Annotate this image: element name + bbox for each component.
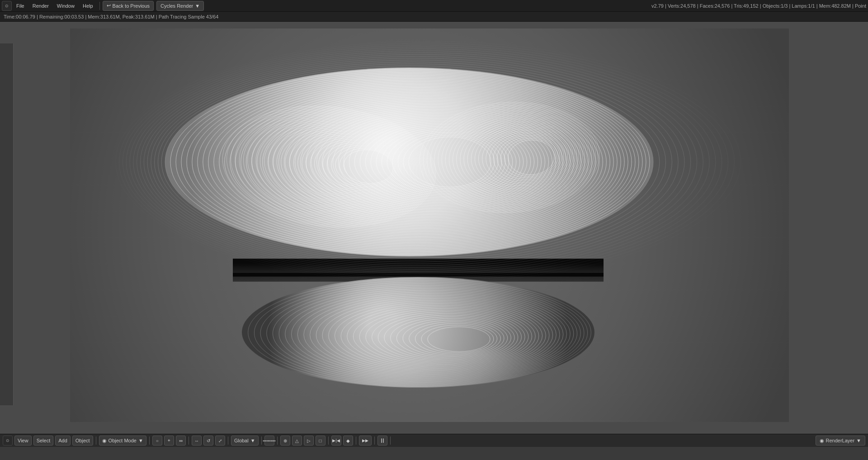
rotate-btn[interactable]: ↺: [203, 436, 213, 446]
back-to-previous-button[interactable]: ↩ Back to Previous: [103, 1, 154, 11]
magnet-icon: ⊕: [283, 438, 287, 443]
global-selector[interactable]: Global ▼: [231, 436, 259, 446]
top-menu-bar: ⊙ File Render Window Help ↩ Back to Prev…: [0, 0, 868, 12]
toolbar-area-icon[interactable]: ⊙: [3, 436, 13, 446]
proportional-edit-btn[interactable]: ○: [152, 436, 162, 446]
object-mode-icon: ◉: [102, 438, 107, 444]
mode-selector[interactable]: ◉ Object Mode ▼: [99, 436, 146, 446]
view-label: View: [18, 438, 28, 443]
vertex-icon: △: [295, 438, 299, 443]
translate-btn[interactable]: ↔: [192, 436, 202, 446]
render-engine-label: Cycles Render: [160, 3, 193, 9]
edge-icon: ▷: [307, 438, 311, 443]
snap-btn[interactable]: ⌖: [164, 436, 174, 446]
top-info-stats: v2.79 | Verts:24,578 | Faces:24,576 | Tr…: [651, 3, 866, 9]
pause-icon: ⏸: [379, 437, 386, 444]
menu-render[interactable]: Render: [29, 1, 52, 11]
left-panel-strip: [0, 43, 14, 405]
blender-logo-icon: ⊙: [5, 4, 9, 8]
bottom-toolbar: ⊙ View Select Add Object ◉ Object Mode ▼…: [0, 434, 868, 447]
edge-btn[interactable]: ▷: [304, 436, 314, 446]
mode-arrow-icon: ▼: [138, 438, 143, 443]
keyframe-btn[interactable]: ◆: [343, 436, 353, 446]
render-layer-icon: ◉: [820, 438, 824, 444]
snap-icon: ⌖: [168, 438, 170, 443]
render-canvas-area: [70, 28, 789, 422]
toolbar-sep-2: [149, 436, 150, 445]
select-button[interactable]: Select: [33, 436, 54, 446]
layers-icon: ▪▪▪▪▪▪▪▪▪▪: [263, 439, 275, 443]
menu-separator-1: [99, 2, 100, 10]
layers-btn[interactable]: ▪▪▪▪▪▪▪▪▪▪: [264, 436, 274, 446]
object-label: Object: [75, 438, 90, 443]
render-engine-selector[interactable]: Cycles Render ▼: [156, 1, 204, 11]
magnet-btn[interactable]: ⊕: [280, 436, 290, 446]
toolbar-sep-10: [390, 436, 391, 445]
render-info-bar: Time:00:06.79 | Remaining:00:03.53 | Mem…: [0, 12, 868, 22]
toolbar-sep-9: [374, 436, 375, 445]
render-layer-label: RenderLayer: [826, 438, 855, 443]
game-icon: ▶▶: [362, 438, 368, 443]
toolbar-sep-7: [328, 436, 329, 445]
render-info-text: Time:00:06.79 | Remaining:00:03.53 | Mem…: [4, 14, 218, 19]
menu-window[interactable]: Window: [53, 1, 78, 11]
scale-icon: ⤢: [218, 438, 222, 443]
blender-icon-btn[interactable]: ⊙: [2, 1, 12, 11]
add-button[interactable]: Add: [55, 436, 71, 446]
rotate-icon: ↺: [207, 438, 210, 443]
mirror-icon: ⇔: [179, 438, 183, 443]
mirror-btn[interactable]: ⇔: [176, 436, 186, 446]
version-stats-text: v2.79 | Verts:24,578 | Faces:24,576 | Tr…: [651, 3, 866, 9]
add-label: Add: [58, 438, 67, 443]
timeline-btn[interactable]: ▶|◀: [331, 436, 341, 446]
menu-file[interactable]: File: [13, 1, 28, 11]
back-to-previous-label: Back to Previous: [113, 3, 150, 9]
menu-window-label: Window: [57, 3, 75, 9]
global-label: Global: [234, 438, 249, 443]
menu-render-label: Render: [33, 3, 49, 9]
back-arrow-icon: ↩: [107, 3, 111, 9]
timeline-icon: ▶|◀: [332, 438, 340, 443]
render-layer-selector[interactable]: ◉ RenderLayer ▼: [816, 436, 865, 446]
menu-help-label: Help: [83, 3, 93, 9]
scale-btn[interactable]: ⤢: [215, 436, 225, 446]
keyframe-icon: ◆: [346, 438, 350, 443]
view-button[interactable]: View: [14, 436, 32, 446]
toolbar-sep-6: [277, 436, 278, 445]
translate-icon: ↔: [194, 438, 199, 443]
select-label: Select: [37, 438, 51, 443]
face-icon: □: [319, 438, 322, 443]
mode-label: Object Mode: [108, 438, 137, 443]
scene-canvas: [70, 28, 789, 422]
menu-help[interactable]: Help: [79, 1, 97, 11]
pause-btn[interactable]: ⏸: [377, 436, 387, 446]
toolbar-sep-8: [356, 436, 356, 445]
main-render-area: ⊙ View Select Add Object ◉ Object Mode ▼…: [0, 22, 868, 447]
toolbar-sep-3: [189, 436, 189, 445]
render-engine-arrow-icon: ▼: [195, 3, 200, 9]
toolbar-sep-4: [228, 436, 228, 445]
menu-file-label: File: [16, 3, 24, 9]
area-icon: ⊙: [6, 438, 9, 443]
global-arrow-icon: ▼: [250, 438, 255, 443]
render-layer-arrow-icon: ▼: [856, 438, 861, 443]
object-button[interactable]: Object: [72, 436, 93, 446]
game-engine-btn[interactable]: ▶▶: [359, 436, 372, 446]
rendered-image: [70, 28, 789, 422]
toolbar-sep-1: [96, 436, 96, 445]
vertex-snap-btn[interactable]: △: [292, 436, 302, 446]
toolbar-sep-5: [261, 436, 262, 445]
face-btn[interactable]: □: [316, 436, 326, 446]
proportional-icon: ○: [156, 438, 159, 443]
